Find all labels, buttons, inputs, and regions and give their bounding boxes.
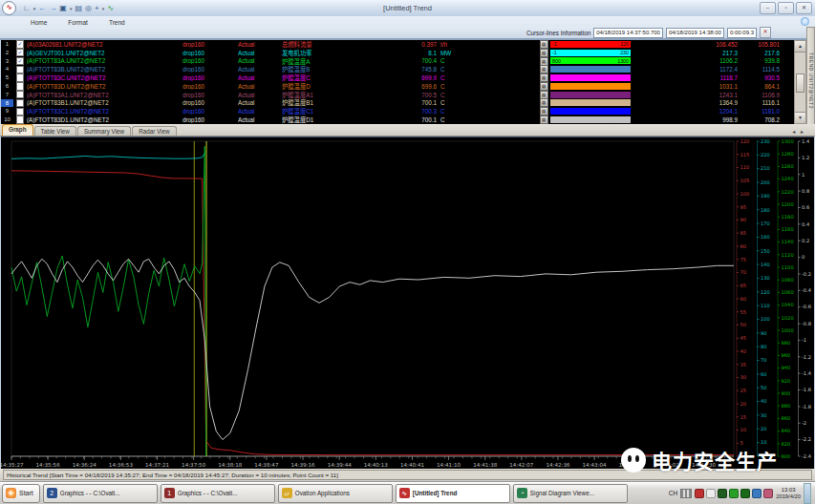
scroll-up-button[interactable]: ▲ — [795, 41, 805, 52]
pen-visible-checkbox[interactable]: ✓ — [16, 57, 25, 66]
scroll-thumb[interactable] — [796, 74, 804, 93]
cursor2-value: 939.8 — [738, 57, 780, 64]
table-row[interactable]: 2✓(A)GEVJT001.UNIT2@NET2drop160Actual发电机… — [1, 49, 814, 57]
pen-visible-checkbox[interactable]: ✓ — [16, 49, 25, 57]
scale-bar[interactable]: -1120 — [550, 41, 631, 48]
tab-home[interactable]: Home — [27, 19, 51, 27]
y-tick-label: 160 — [761, 234, 770, 240]
table-row[interactable]: 8(A)FTOTT83B1.UNIT2@NET2drop160Actual炉膛温… — [1, 99, 814, 108]
keyboard-icon[interactable] — [680, 489, 692, 498]
tab-scroll-arrows[interactable]: ◂ ▸ — [792, 128, 805, 135]
table-row[interactable]: 10(A)FTOTT83D1.UNIT2@NET2drop160Actual炉膛… — [1, 116, 814, 124]
pen-properties-icon[interactable]: ▦ — [540, 74, 548, 82]
units: C — [437, 66, 465, 73]
pen-properties-icon[interactable]: ▦ — [540, 65, 548, 74]
flag-icon[interactable] — [706, 489, 716, 498]
y-tick-label: 15 — [740, 414, 747, 420]
task-button-folder[interactable]: ▱Ovation Applications — [278, 484, 393, 503]
pen-properties-icon[interactable]: ▦ — [540, 107, 548, 116]
tab-trend[interactable]: Trend — [105, 19, 129, 27]
tab-format[interactable]: Format — [64, 19, 92, 27]
tab-graph[interactable]: Graph — [2, 124, 33, 136]
help-icon[interactable]: ? — [801, 17, 809, 26]
pen-properties-icon[interactable]: ▦ — [540, 82, 548, 91]
scale-bar[interactable] — [550, 83, 631, 90]
task-button-trend[interactable]: ∿[Untitled] Trend — [396, 484, 510, 503]
table-row[interactable]: 1✓(A)03A02681.UNIT2@NET2drop160Actual总燃料… — [1, 40, 814, 49]
media-icon[interactable] — [763, 489, 773, 498]
tab-table-view[interactable]: Table View — [34, 126, 76, 136]
pen-visible-checkbox[interactable] — [16, 116, 25, 124]
pen-visible-checkbox[interactable] — [16, 66, 25, 74]
binoculars-icon[interactable] — [740, 489, 750, 498]
pen-visible-checkbox[interactable] — [16, 108, 25, 116]
pen-visible-checkbox[interactable] — [16, 82, 25, 91]
table-row[interactable]: 3✓(A)FTOTT83A.UNIT2@NET2drop160Actual炉膛温… — [1, 57, 814, 66]
cursor2-value: 1181.0 — [738, 108, 780, 115]
signal-name: (A)FTOTT83A1.UNIT2@NET2 — [27, 92, 182, 98]
pen-visible-checkbox[interactable] — [16, 91, 25, 99]
table-row[interactable]: 6(A)FTOTT83D.UNIT2@NET2drop160Actual炉膛温度… — [1, 82, 814, 91]
shield-icon[interactable] — [718, 489, 727, 498]
table-row[interactable]: 5(A)FTOTT83C.UNIT2@NET2drop160Actual炉膛温度… — [1, 74, 814, 82]
scale-bar[interactable] — [550, 66, 631, 73]
alarm-icon[interactable] — [695, 489, 704, 498]
tray-icons — [695, 489, 773, 498]
clock[interactable]: 13:032019/4/20 — [776, 487, 801, 499]
scale-bar[interactable]: -1230 — [550, 50, 631, 56]
scale-bar[interactable] — [550, 74, 631, 81]
pen-properties-icon[interactable]: ▦ — [540, 98, 548, 107]
cursor-info-close-button[interactable]: ✕ — [760, 27, 771, 38]
cursor1-time-field[interactable]: 04/18/2019 14:37:50.700 — [593, 28, 663, 38]
cursor2-time-field[interactable]: 04/18/2019 14:38:00 — [666, 28, 724, 38]
show-desktop-button[interactable] — [804, 483, 811, 504]
y-tick-label: 920 — [782, 378, 791, 384]
scale-bar[interactable] — [550, 99, 631, 106]
table-row[interactable]: 7(A)FTOTT83A1.UNIT2@NET2drop160Actual炉膛温… — [1, 91, 814, 99]
scroll-down-button[interactable]: ▼ — [795, 112, 805, 123]
table-row[interactable]: 9(A)FTOTT83C1.UNIT2@NET2drop160Actual炉膛温… — [1, 107, 814, 116]
scale-bar[interactable]: 8001300 — [550, 57, 631, 64]
y-tick-label: 0.4 — [802, 221, 810, 227]
drop-id: drop160 — [182, 41, 238, 48]
maximize-button[interactable]: ▫ — [778, 2, 794, 14]
table-row[interactable]: 4(A)FTOTT83B.UNIT2@NET2drop160Actual炉膛温度… — [1, 65, 814, 74]
row-number: 3 — [1, 57, 13, 66]
scale-bar[interactable] — [550, 92, 631, 98]
close-button[interactable]: ✕ — [796, 2, 812, 14]
task-button-graphics-2[interactable]: 2Graphics - - C:\Ovati... — [43, 484, 158, 503]
y-tick-label: -1.2 — [802, 354, 811, 360]
minimize-button[interactable]: – — [760, 2, 776, 14]
pen-properties-icon[interactable]: ▦ — [540, 91, 548, 99]
status-green-icon[interactable] — [729, 489, 739, 498]
trend-graph-panel[interactable]: 14:35:2714:35:5614:36:2414:36:5314:37:21… — [1, 136, 814, 470]
pen-properties-icon[interactable]: ▦ — [540, 40, 548, 49]
start-button[interactable]: ❖ Start — [2, 484, 40, 503]
pen-properties-icon[interactable]: ▦ — [540, 116, 548, 124]
pen-properties-icon[interactable]: ▦ — [540, 57, 548, 66]
task-button-signal-diagram[interactable]: ◔Signal Diagram Viewe... — [513, 484, 628, 503]
y-tick-label: 840 — [782, 428, 791, 433]
scale-bar[interactable] — [550, 116, 631, 123]
pen-visible-checkbox[interactable]: ✓ — [16, 40, 25, 49]
task-button-graphics-1[interactable]: 1Graphics - - C:\Ovati... — [161, 484, 275, 503]
y-tick-label: 980 — [782, 340, 791, 346]
collapsed-panel-tab[interactable]: TREND UNIT2@NET2 — [806, 27, 815, 134]
plot-area[interactable] — [11, 141, 734, 456]
signal-name: (A)FTOTT83C.UNIT2@NET2 — [27, 74, 182, 81]
y-tick-label: 1040 — [782, 302, 794, 307]
language-indicator[interactable]: CH — [669, 490, 677, 496]
pen-visible-checkbox[interactable] — [16, 74, 25, 82]
signal-description: 发电机功率 — [282, 49, 370, 57]
network-globe-icon[interactable] — [752, 489, 761, 498]
cursor-delta-field[interactable]: 0:00:09.3 — [727, 28, 757, 38]
table-scrollbar[interactable]: ▲ ▼ — [794, 40, 806, 124]
pen-visible-checkbox[interactable] — [16, 99, 25, 108]
pen-properties-icon[interactable]: ▦ — [540, 49, 548, 57]
scale-bar[interactable] — [550, 108, 631, 115]
signal-description: 炉膛温度D1 — [282, 116, 370, 124]
tab-summary-view[interactable]: Summary View — [77, 126, 131, 136]
mode-actual: Actual — [238, 116, 282, 123]
y-tick-label: 100 — [761, 316, 770, 322]
tab-radar-view[interactable]: Radar View — [132, 126, 176, 136]
